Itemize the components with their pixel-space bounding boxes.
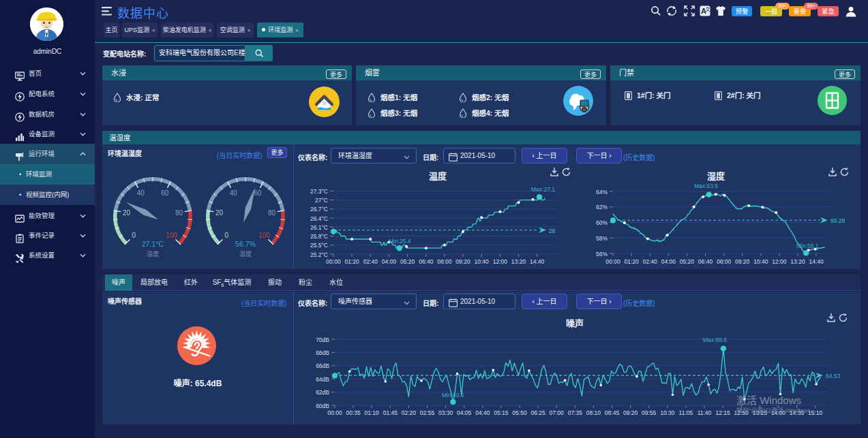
svg-text:26: 26 [549,228,556,234]
svg-text:Max:68.6: Max:68.6 [703,337,727,343]
svg-text:07:00: 07:00 [550,409,565,416]
svg-text:60dB: 60dB [316,403,329,409]
svg-text:05:15: 05:15 [494,409,509,416]
svg-text:01:20: 01:20 [624,258,639,265]
svg-text:10:30: 10:30 [660,409,675,416]
svg-text:08:00: 08:00 [437,258,452,265]
svg-text:64.53: 64.53 [826,373,841,379]
svg-text:08:45: 08:45 [605,409,620,416]
svg-text:00:00: 00:00 [327,409,342,416]
svg-text:14:40: 14:40 [530,258,545,265]
svg-text:06:40: 06:40 [419,258,434,265]
svg-text:11:40: 11:40 [698,409,712,416]
svg-text:09:20: 09:20 [623,409,638,416]
svg-text:25.2°C: 25.2°C [310,251,328,258]
svg-text:Min:60.5: Min:60.5 [442,392,464,398]
svg-text:Max:27.1: Max:27.1 [531,186,555,193]
svg-text:62%: 62% [596,204,608,210]
svg-text:14:40: 14:40 [809,258,824,265]
svg-text:06:25: 06:25 [530,409,545,416]
svg-text:12:00: 12:00 [493,258,508,265]
svg-text:08:10: 08:10 [586,409,601,416]
svg-text:26.4°C: 26.4°C [310,215,328,222]
svg-text:10:40: 10:40 [475,258,490,265]
svg-text:08:00: 08:00 [717,258,732,265]
svg-text:60%: 60% [596,219,608,226]
svg-text:64dB: 64dB [316,376,329,383]
svg-text:03:30: 03:30 [438,409,453,416]
svg-text:02:55: 02:55 [420,409,435,416]
svg-text:02:40: 02:40 [643,258,658,265]
svg-text:07:35: 07:35 [568,409,583,416]
svg-text:00:00: 00:00 [326,258,341,265]
svg-text:04:00: 04:00 [661,258,676,265]
svg-text:Max:63.6: Max:63.6 [694,183,718,189]
svg-text:04:40: 04:40 [475,409,490,416]
svg-text:25.8°C: 25.8°C [310,233,328,240]
svg-text:11:05: 11:05 [679,409,693,416]
svg-text:Min:25.4: Min:25.4 [389,238,411,245]
svg-text:09:55: 09:55 [642,409,657,416]
svg-text:04:05: 04:05 [457,409,472,416]
svg-text:09:20: 09:20 [735,258,750,265]
svg-text:27.3°C: 27.3°C [310,188,328,195]
svg-text:04:00: 04:00 [382,258,397,265]
svg-text:01:45: 01:45 [383,409,398,416]
svg-text:13:20: 13:20 [511,258,526,265]
svg-text:10:40: 10:40 [753,258,768,265]
svg-text:62dB: 62dB [316,389,329,396]
svg-text:05:50: 05:50 [512,409,527,416]
svg-text:Min:56.1: Min:56.1 [796,243,819,249]
svg-text:06:40: 06:40 [698,258,713,265]
svg-text:05:20: 05:20 [400,258,415,265]
svg-text:12:00: 12:00 [772,258,787,265]
svg-text:12:15: 12:15 [715,409,730,416]
svg-text:68dB: 68dB [316,349,329,356]
svg-text:00:35: 00:35 [346,409,361,416]
svg-text:25.5°C: 25.5°C [310,242,328,249]
svg-text:01:10: 01:10 [365,409,380,416]
svg-text:02:20: 02:20 [402,409,417,416]
svg-text:64%: 64% [596,189,608,195]
svg-text:13:20: 13:20 [790,258,805,265]
svg-text:26.1°C: 26.1°C [310,224,328,231]
svg-text:26.7°C: 26.7°C [310,206,328,213]
svg-text:05:20: 05:20 [680,258,695,265]
svg-text:60.28: 60.28 [830,217,845,224]
svg-text:56%: 56% [596,251,608,257]
svg-text:02:40: 02:40 [363,258,378,265]
svg-text:01:20: 01:20 [344,258,359,265]
svg-text:27°C: 27°C [315,197,328,204]
svg-text:58%: 58% [596,235,608,242]
svg-text:70dB: 70dB [316,337,329,343]
svg-text:66dB: 66dB [316,362,329,369]
svg-text:09:20: 09:20 [455,258,470,265]
svg-text:00:00: 00:00 [605,258,620,265]
